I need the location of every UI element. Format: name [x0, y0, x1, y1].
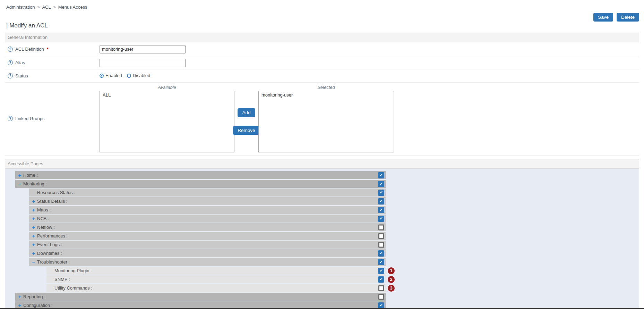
checkbox[interactable]: ✔ [378, 181, 384, 187]
expand-icon[interactable]: + [31, 251, 36, 256]
save-button[interactable]: Save [593, 13, 613, 22]
checkbox[interactable] [378, 224, 384, 230]
section-header-accessible-pages: Accessible Pages [5, 159, 639, 169]
tree-row-label: Troubleshooter : [37, 259, 70, 265]
list-option[interactable]: monitoring-user [259, 91, 394, 99]
tree-row-label: SNMP : [54, 277, 70, 282]
breadcrumb-item-acl[interactable]: ACL [42, 5, 51, 10]
tree-row-label: Monitoring : [23, 181, 47, 186]
tree-row: Monitoring Plugin :✔1 [46, 267, 386, 275]
expand-icon[interactable]: + [17, 303, 22, 308]
tree-row-label: Status Details : [37, 199, 67, 204]
selected-caption: Selected [258, 85, 394, 90]
expand-icon[interactable]: + [17, 173, 22, 178]
tree-row-label: Monitoring Plugin : [54, 268, 92, 273]
help-icon[interactable]: ? [8, 73, 13, 78]
expand-icon[interactable]: + [31, 242, 36, 247]
available-caption: Available [100, 85, 234, 90]
tree-row: −Troubleshooter :✔ [29, 258, 386, 266]
expand-icon[interactable]: + [31, 233, 36, 239]
alias-label-cell: ? Alias [5, 60, 100, 65]
selected-listbox[interactable]: monitoring-user [258, 91, 394, 152]
tree-row-label: Downtimes : [37, 251, 62, 256]
expand-icon[interactable]: + [31, 207, 36, 212]
checkbox[interactable]: ✔ [378, 198, 384, 204]
tree-row: −Monitoring :✔ [15, 180, 386, 188]
tree-row: +Downtimes :✔ [29, 249, 386, 257]
checkbox[interactable]: ✔ [378, 268, 384, 274]
breadcrumb-separator: > [37, 5, 40, 10]
expand-icon[interactable]: + [31, 225, 36, 230]
linked-groups-row: ? Linked Groups Available ALL Add Remove… [5, 83, 639, 156]
tree-row-label: Performances : [37, 233, 68, 239]
expand-icon[interactable]: + [31, 216, 36, 221]
tree-row-label: NCB : [37, 216, 49, 221]
acl-definition-label-cell: ? ACL Definition * [5, 47, 100, 52]
status-row: ? Status EnabledDisabled [5, 69, 639, 83]
radio-disabled[interactable] [127, 74, 131, 78]
help-icon[interactable]: ? [8, 47, 13, 52]
acl-definition-input[interactable] [100, 45, 186, 53]
checkbox[interactable] [378, 242, 384, 248]
expand-icon[interactable]: + [17, 294, 22, 299]
tree-row: +NCB :✔ [29, 215, 386, 223]
alias-row: ? Alias [5, 56, 639, 69]
tree-row: SNMP :✔2 [46, 275, 386, 283]
checkbox[interactable]: ✔ [378, 207, 384, 213]
tree-row: Utility Commands :3 [46, 284, 386, 292]
tree-row: +Maps :✔ [29, 206, 386, 214]
tree-row: +Event Logs : [29, 241, 386, 249]
status-option-disabled[interactable]: Disabled [127, 73, 151, 78]
status-label: Status [15, 73, 28, 78]
checkbox[interactable] [378, 233, 384, 239]
checkbox[interactable]: ✔ [378, 250, 384, 257]
status-label-cell: ? Status [5, 73, 100, 78]
header-actions: Save Delete [593, 13, 639, 22]
breadcrumb-item-administration[interactable]: Administration [6, 5, 35, 10]
main-content: Administration>ACL>Menus Access | Modify… [5, 0, 639, 309]
available-listbox[interactable]: ALL [100, 91, 234, 152]
help-icon[interactable]: ? [8, 116, 13, 121]
tree-row: +Netflow : [29, 223, 386, 231]
step-badge: 2 [388, 276, 395, 283]
checkbox[interactable]: ✔ [378, 302, 384, 309]
page-title: | Modify an ACL [6, 22, 639, 29]
selected-column: Selected monitoring-user [258, 85, 394, 152]
collapse-icon[interactable]: − [17, 181, 22, 186]
collapse-icon[interactable]: − [31, 259, 36, 265]
delete-button[interactable]: Delete [617, 13, 639, 22]
radio-enabled[interactable] [100, 74, 104, 78]
expand-icon[interactable]: + [31, 199, 36, 204]
checkbox[interactable] [378, 294, 384, 300]
section-header-general-information: General Information [5, 33, 639, 42]
radio-label: Disabled [133, 73, 151, 78]
transfer-buttons: Add Remove [234, 108, 258, 135]
breadcrumb-item-menus-access[interactable]: Menus Access [58, 5, 87, 10]
tree-row-label: Configuration : [23, 303, 53, 308]
linked-groups-label: Linked Groups [15, 116, 45, 121]
tree-row: Resources Status :✔ [29, 189, 386, 197]
tree-row: +Performances : [29, 232, 386, 240]
help-icon[interactable]: ? [8, 60, 13, 65]
step-badge: 1 [388, 267, 395, 274]
status-radio-group: EnabledDisabled [100, 73, 155, 79]
checkbox[interactable]: ✔ [378, 190, 384, 196]
checkbox[interactable]: ✔ [378, 172, 384, 178]
breadcrumb-separator: > [53, 5, 56, 10]
alias-input[interactable] [100, 59, 186, 67]
status-option-enabled[interactable]: Enabled [100, 73, 122, 78]
checkbox[interactable] [378, 285, 384, 291]
tree-row-label: Resources Status : [37, 190, 75, 195]
alias-label: Alias [15, 60, 25, 65]
radio-label: Enabled [105, 73, 122, 78]
checkbox[interactable]: ✔ [378, 259, 384, 265]
tree-row-label: Event Logs : [37, 242, 62, 247]
tree-row-label: Utility Commands : [54, 285, 92, 291]
checkbox[interactable]: ✔ [378, 216, 384, 222]
checkbox[interactable]: ✔ [378, 276, 384, 283]
list-option[interactable]: ALL [100, 91, 234, 99]
add-button[interactable]: Add [238, 108, 255, 117]
tree-row-label: Maps : [37, 207, 51, 212]
available-column: Available ALL [100, 85, 234, 152]
remove-button[interactable]: Remove [233, 126, 259, 135]
